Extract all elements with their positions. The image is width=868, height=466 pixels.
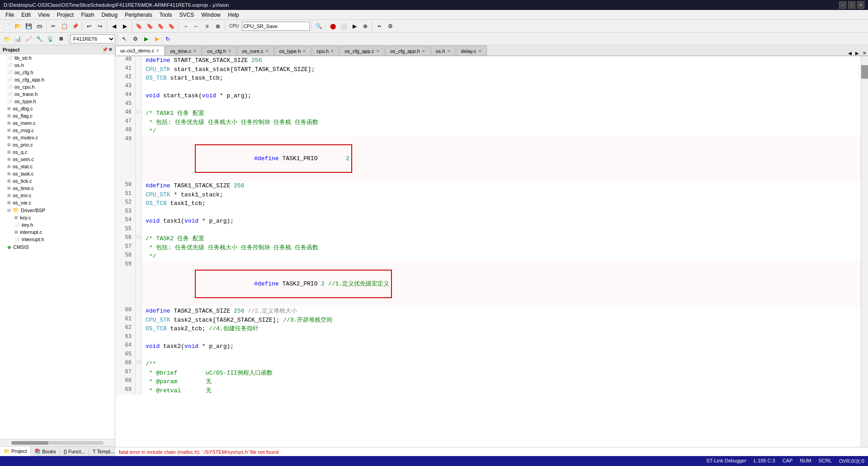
tree-item-os-sem-c[interactable]: ⊞ os_sem.c xyxy=(0,156,115,163)
tree-item-os-tick-c[interactable]: ⊞ os_tick.c xyxy=(0,177,115,185)
bookmark4-btn[interactable]: 🔖 xyxy=(166,21,176,31)
play-btn[interactable]: ▶ xyxy=(349,21,359,31)
tab-close-icon[interactable]: ✕ xyxy=(228,49,231,53)
bookmark-btn[interactable]: 🔖 xyxy=(134,21,144,31)
menu-svcs[interactable]: SVCS xyxy=(176,11,198,19)
menu-help[interactable]: Help xyxy=(224,11,243,19)
vertical-scrollbar[interactable] xyxy=(861,56,868,447)
tab-os-type[interactable]: os_type.h ✕ xyxy=(274,46,311,56)
close-button[interactable]: ✕ xyxy=(857,1,864,9)
stop-btn[interactable]: ⬜ xyxy=(339,21,349,31)
tb2-btn1[interactable]: 📁 xyxy=(2,34,12,44)
tab-cpu-h[interactable]: cpu.h ✕ xyxy=(311,46,339,56)
sidebar-pin[interactable]: 📌 xyxy=(102,47,108,52)
tree-item-interrupt-c[interactable]: ⊞ interrupt.c xyxy=(0,228,115,236)
menu-debug[interactable]: Debug xyxy=(98,11,121,19)
redo-btn[interactable]: ↪ xyxy=(95,21,105,31)
build-btn[interactable]: ▪▪ xyxy=(374,21,384,31)
tree-item-os-var-c[interactable]: ⊞ os_var.c xyxy=(0,199,115,206)
tab-close-icon[interactable]: ✕ xyxy=(478,49,482,53)
tree-item-os-time-c[interactable]: ⊞ os_time.c xyxy=(0,185,115,192)
step-btn[interactable]: ⊕ xyxy=(360,21,370,31)
menu-edit[interactable]: Edit xyxy=(18,11,34,19)
tree-item-os-prio-c[interactable]: ⊞ os_prio.c xyxy=(0,141,115,148)
tab-close-icon[interactable]: ✕ xyxy=(156,48,160,53)
tb2-btn4[interactable]: 🔧 xyxy=(34,34,44,44)
tab-os-h[interactable]: os.h ✕ xyxy=(431,46,456,56)
new-file-btn[interactable]: 📄 xyxy=(2,21,12,31)
undo-btn[interactable]: ↩ xyxy=(84,21,94,31)
tab-delay-c[interactable]: delay.c ✕ xyxy=(456,46,487,56)
maximize-button[interactable]: □ xyxy=(848,1,855,9)
tab-close-all[interactable]: ✕ xyxy=(861,51,868,56)
save-all-btn[interactable]: 🗃 xyxy=(34,21,44,31)
tree-item-cmsis[interactable]: ◆ CMSIS xyxy=(0,243,115,251)
sidebar-tab-books[interactable]: 📚 Books xyxy=(31,447,60,456)
indent2-btn[interactable]: ≡ xyxy=(202,21,212,31)
tree-item-os-mem-c[interactable]: ⊞ os_mem.c xyxy=(0,119,115,127)
tab-close-icon[interactable]: ✕ xyxy=(376,49,380,53)
menu-flash[interactable]: Flash xyxy=(77,11,98,19)
search-btn[interactable]: 🔍 xyxy=(314,21,324,31)
target-selector[interactable]: F411RET6 xyxy=(70,34,115,43)
paste-btn[interactable]: 📌 xyxy=(70,21,80,31)
menu-view[interactable]: View xyxy=(34,11,53,19)
tree-item-os-tmr-c[interactable]: ⊞ os_tmr.c xyxy=(0,192,115,199)
save-btn[interactable]: 💾 xyxy=(24,21,33,31)
tab-scroll-right[interactable]: ▶ xyxy=(854,51,861,56)
unindent-btn[interactable]: ← xyxy=(191,21,201,31)
tab-scroll-left[interactable]: ◀ xyxy=(846,51,854,56)
sidebar-tab-templ[interactable]: T Templ... xyxy=(89,447,115,456)
tab-os-time[interactable]: os_time.c ✕ xyxy=(165,46,202,56)
tree-item-os-q-c[interactable]: ⊞ os_q.c xyxy=(0,148,115,156)
tree-item-interrupt-h[interactable]: 📄 interrupt.h xyxy=(0,236,115,243)
sidebar-tab-funct[interactable]: {} Funct... xyxy=(60,447,89,456)
tb2-btn2[interactable]: 📊 xyxy=(13,34,23,44)
tree-item-os-trace-h[interactable]: 📄 os_trace.h xyxy=(0,90,115,98)
menu-project[interactable]: Project xyxy=(53,11,77,19)
tab-close-icon[interactable]: ✕ xyxy=(330,49,334,53)
tab-close-icon[interactable]: ✕ xyxy=(447,49,451,53)
tab-os-core[interactable]: os_core.c ✕ xyxy=(237,46,274,56)
tree-item-os-mutex-c[interactable]: ⊞ os_mutex.c xyxy=(0,134,115,141)
tree-item-os-task-c[interactable]: ⊞ os_task.c xyxy=(0,170,115,177)
tree-item-os-dbg-c[interactable]: ⊞ os_dbg.c xyxy=(0,105,115,112)
copy-btn[interactable]: 📋 xyxy=(59,21,69,31)
sidebar-tab-project[interactable]: 📁 Project xyxy=(0,447,31,456)
tree-item-key-c[interactable]: ⊞ key.c xyxy=(0,214,115,221)
menu-file[interactable]: File xyxy=(2,11,18,19)
tree-item-os-flag-c[interactable]: ⊞ os_flag.c xyxy=(0,112,115,119)
minimize-button[interactable]: ─ xyxy=(839,1,846,9)
tab-os-cfg-app-c[interactable]: os_cfg_app.c ✕ xyxy=(340,46,384,56)
tab-close-icon[interactable]: ✕ xyxy=(193,49,197,53)
record-btn[interactable]: ⬤ xyxy=(328,21,338,31)
tab-os-cfg-app-h[interactable]: os_cfg_app.h ✕ xyxy=(385,46,430,56)
tb2-blue-btn[interactable]: ↻ xyxy=(163,34,173,44)
tree-item-os-cfg-h[interactable]: 📄 os_cfg.h xyxy=(0,69,115,76)
tree-item-key-h[interactable]: 📄 key.h xyxy=(0,221,115,228)
tree-item-os-cfg-app-h[interactable]: 📄 os_cfg_app.h xyxy=(0,76,115,83)
tb2-btn5[interactable]: 📡 xyxy=(45,34,55,44)
tb2-config-btn[interactable]: ⚙ xyxy=(130,34,140,44)
tab-close-icon[interactable]: ✕ xyxy=(422,49,425,53)
tb2-green-btn[interactable]: ▶ xyxy=(141,34,151,44)
tree-item-os-msg-c[interactable]: ⊞ os_msg.c xyxy=(0,127,115,134)
sidebar-scrollbar[interactable] xyxy=(0,439,115,446)
nav-fwd-btn[interactable]: ▶ xyxy=(120,21,130,31)
nav-back-btn[interactable]: ◀ xyxy=(109,21,119,31)
bookmark2-btn[interactable]: 🔖 xyxy=(145,21,155,31)
indent-btn[interactable]: → xyxy=(180,21,190,31)
code-editor[interactable]: 40 #define START_TASK_STACK_SIZE 256 41 … xyxy=(115,56,861,447)
tree-item-driver-bsp[interactable]: ⊟ 📁 Driver/BSP xyxy=(0,206,115,214)
tab-close-icon[interactable]: ✕ xyxy=(302,49,306,53)
indent3-btn[interactable]: ≣ xyxy=(213,21,223,31)
tab-os-cfg-h[interactable]: os_cfg.h ✕ xyxy=(202,46,236,56)
tree-item-lib-str[interactable]: 📄 lib_str.h xyxy=(0,54,115,62)
tree-item-os-h[interactable]: 📄 os.h xyxy=(0,62,115,69)
tb2-btn6[interactable]: ⊞ xyxy=(56,34,66,44)
cut-btn[interactable]: ✂ xyxy=(48,21,58,31)
tab-uc-os3-demo[interactable]: uc-os3_demo.c ✕ xyxy=(115,46,165,56)
settings-btn[interactable]: ⚙ xyxy=(385,21,395,31)
function-search[interactable] xyxy=(242,22,310,31)
open-btn[interactable]: 📂 xyxy=(13,21,23,31)
